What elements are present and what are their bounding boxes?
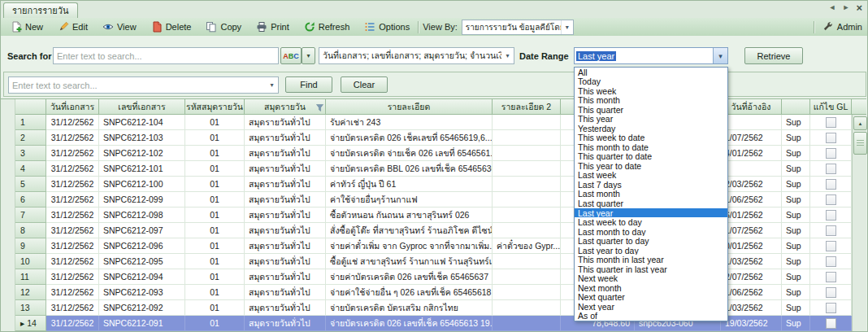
cell-doc_no[interactable]: SNPC6212-102 bbox=[99, 146, 185, 161]
date-range-option[interactable]: All bbox=[575, 68, 727, 77]
row-header[interactable]: 9 bbox=[15, 238, 46, 254]
row-header[interactable]: 4 bbox=[15, 161, 46, 177]
cell-ref_date[interactable]: 2/07/2562 bbox=[721, 269, 782, 285]
cell-doc_no[interactable]: SNPC6212-093 bbox=[99, 285, 185, 300]
cell-detail2[interactable] bbox=[493, 146, 561, 161]
date-range-option[interactable]: This quarter bbox=[575, 105, 727, 115]
edit-gl-checkbox[interactable] bbox=[826, 225, 836, 236]
cell-journal_code[interactable]: 01 bbox=[185, 238, 245, 254]
cell-ref_date[interactable]: 1/06/2562 bbox=[721, 192, 782, 208]
cell-detail2[interactable] bbox=[493, 115, 561, 130]
cell-date[interactable]: 31/12/2562 bbox=[46, 115, 99, 130]
find-button[interactable]: Find bbox=[285, 76, 332, 93]
row-header[interactable]: 7 bbox=[15, 208, 46, 223]
chevron-down-icon[interactable]: ▾ bbox=[266, 77, 278, 93]
cell-sup[interactable]: Sup bbox=[782, 316, 810, 331]
cell-date[interactable]: 31/12/2562 bbox=[46, 208, 99, 223]
cell-journal_code[interactable]: 01 bbox=[185, 115, 245, 130]
edit-gl-checkbox[interactable] bbox=[826, 194, 836, 205]
cell-detail2[interactable] bbox=[493, 269, 561, 285]
cell-detail2[interactable] bbox=[493, 192, 561, 208]
cell-sup[interactable]: Sup bbox=[782, 177, 810, 192]
edit-gl-checkbox[interactable] bbox=[826, 241, 836, 251]
cell-gl[interactable] bbox=[810, 177, 852, 192]
row-header[interactable]: ▸ 14 bbox=[15, 316, 46, 331]
column-header-doc_no[interactable]: เลขที่เอกสาร bbox=[99, 99, 185, 115]
row-header[interactable]: 11 bbox=[15, 269, 46, 285]
cell-doc_no[interactable]: SNPC6212-097 bbox=[99, 223, 185, 238]
date-range-option[interactable]: This year to date bbox=[575, 161, 727, 171]
cell-sup[interactable]: Sup bbox=[782, 208, 810, 223]
date-range-option[interactable]: This month bbox=[575, 96, 727, 106]
cell-gl[interactable] bbox=[810, 269, 852, 285]
edit-gl-checkbox[interactable] bbox=[826, 179, 836, 190]
cell-journal[interactable]: สมุดรายวันทั่วไป bbox=[245, 161, 326, 177]
row-header[interactable]: 13 bbox=[15, 300, 46, 316]
cell-doc_no[interactable]: SNPC6212-101 bbox=[99, 161, 185, 177]
cell-gl[interactable] bbox=[810, 316, 852, 331]
cell-detail[interactable]: จ่ายบัตรเครดิต 026 เช็คเลขที่ 65465619,6… bbox=[326, 130, 493, 146]
row-header[interactable]: 8 bbox=[15, 223, 46, 238]
retrieve-button[interactable]: Retrieve bbox=[744, 47, 803, 64]
cell-date[interactable]: 31/12/2562 bbox=[46, 300, 99, 316]
date-range-combobox[interactable]: Last year ▾ bbox=[574, 47, 728, 64]
cell-gl[interactable] bbox=[810, 161, 852, 177]
cell-journal[interactable]: สมุดรายวันทั่วไป bbox=[245, 130, 326, 146]
cell-journal_code[interactable]: 01 bbox=[185, 285, 245, 300]
date-range-option[interactable]: Last week bbox=[575, 171, 727, 181]
cell-journal[interactable]: สมุดรายวันทั่วไป bbox=[245, 254, 326, 269]
cell-date[interactable]: 31/12/2562 bbox=[46, 254, 99, 269]
date-range-option[interactable]: Today bbox=[575, 77, 727, 87]
cell-doc_no[interactable]: SNPC6212-100 bbox=[99, 177, 185, 192]
date-range-option[interactable]: Last year bbox=[575, 208, 727, 218]
date-range-option[interactable]: This quarter to date bbox=[575, 152, 727, 162]
close-tab-icon[interactable]: × bbox=[856, 4, 862, 11]
cell-journal_code[interactable]: 01 bbox=[185, 300, 245, 316]
cell-gl[interactable] bbox=[810, 285, 852, 300]
date-range-option[interactable]: This quarter in last year bbox=[575, 264, 727, 274]
cell-detail[interactable]: จ่ายบัตรเครดิต 026 เลขที่เช็ค 65465613 1… bbox=[326, 316, 493, 331]
cell-gl[interactable] bbox=[810, 238, 852, 254]
column-header-sup[interactable] bbox=[782, 99, 810, 115]
cell-sup[interactable]: Sup bbox=[782, 161, 810, 177]
edit-gl-checkbox[interactable] bbox=[826, 164, 836, 174]
edit-gl-checkbox[interactable] bbox=[826, 117, 836, 128]
cell-detail2[interactable]: ค่าตั๋วของ Gypr... bbox=[493, 238, 561, 254]
tab-daily-journal[interactable]: รายการรายวัน bbox=[3, 2, 78, 18]
cell-journal_code[interactable]: 01 bbox=[185, 254, 245, 269]
cell-date[interactable]: 31/12/2562 bbox=[46, 285, 99, 300]
cell-detail[interactable]: จ่ายค่าใช้จ่ายอื่น ๆ 026 เลขที่เช็ค 6546… bbox=[326, 285, 493, 300]
cell-date[interactable]: 31/12/2562 bbox=[46, 192, 99, 208]
column-header-detail[interactable]: รายละเอียด bbox=[326, 99, 493, 115]
refresh-button[interactable]: Refresh bbox=[299, 20, 355, 33]
cell-date[interactable]: 31/12/2562 bbox=[46, 238, 99, 254]
cell-sup[interactable]: Sup bbox=[782, 223, 810, 238]
date-range-option[interactable]: This month to date bbox=[575, 142, 727, 152]
print-button[interactable]: Print bbox=[251, 20, 294, 33]
cell-date[interactable]: 31/12/2562 bbox=[46, 161, 99, 177]
cell-journal[interactable]: สมุดรายวันทั่วไป bbox=[245, 300, 326, 316]
cell-detail[interactable]: รับค่าเช่า 243 bbox=[326, 115, 493, 130]
row-header[interactable]: 2 bbox=[15, 130, 46, 146]
cell-detail[interactable]: ค่าใช้จ่ายอื่นๆร้านกาแฟ bbox=[326, 192, 493, 208]
new-button[interactable]: New bbox=[6, 20, 48, 33]
view-by-combobox[interactable]: รายการรายวัน ข้อมูลคีย์โดยตรง ▾ bbox=[462, 20, 574, 35]
date-range-option[interactable]: Last year to day bbox=[575, 246, 727, 256]
cell-journal_code[interactable]: 01 bbox=[185, 161, 245, 177]
cell-doc_no[interactable]: SNPC6212-096 bbox=[99, 238, 185, 254]
date-range-option[interactable]: Yesterday bbox=[575, 124, 727, 133]
cell-journal_code[interactable]: 01 bbox=[185, 316, 245, 331]
cell-detail2[interactable] bbox=[493, 161, 561, 177]
cell-detail2[interactable] bbox=[493, 316, 561, 331]
cell-journal_code[interactable]: 01 bbox=[185, 269, 245, 285]
cell-sup[interactable]: Sup bbox=[782, 130, 810, 146]
cell-detail2[interactable] bbox=[493, 254, 561, 269]
cell-detail2[interactable] bbox=[493, 223, 561, 238]
cell-detail[interactable]: จ่ายบัตรเครดิต BBL 026 เลขที่เช็ค 654656… bbox=[326, 161, 493, 177]
cell-date[interactable]: 31/12/2562 bbox=[46, 146, 99, 161]
row-header[interactable]: 1 bbox=[15, 115, 46, 130]
cell-date[interactable]: 31/12/2562 bbox=[46, 269, 99, 285]
edit-button[interactable]: Edit bbox=[53, 20, 93, 33]
date-range-option[interactable]: This week to date bbox=[575, 133, 727, 143]
row-header[interactable]: 5 bbox=[15, 177, 46, 192]
